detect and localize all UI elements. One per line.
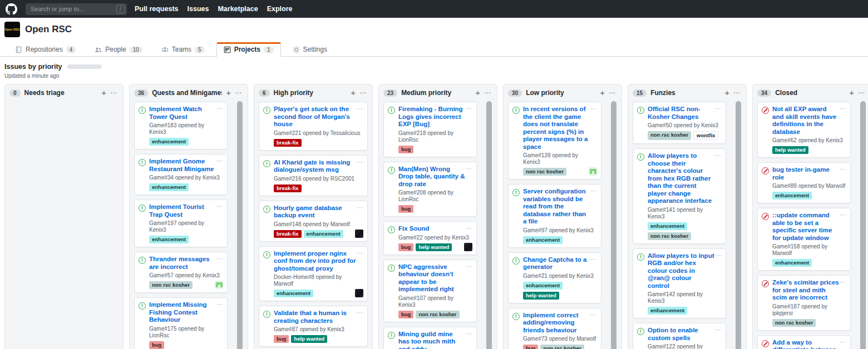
issue-title[interactable]: Implement Missing Fishing Contest Behavi… [149,301,216,324]
nav-link-explore[interactable]: Explore [267,5,293,13]
column-scrollbar[interactable] [860,101,866,349]
org-avatar[interactable]: Open RSC [4,22,20,37]
column-scrollbar[interactable] [237,101,243,349]
issue-title[interactable]: Change Captcha to a generator [523,256,590,271]
card-menu-button[interactable]: ⋯ [590,105,597,112]
card-menu-button[interactable]: ⋯ [466,225,472,232]
issue-card[interactable]: !⋯Firemaking - Burning Logs gives incorr… [383,102,477,157]
issue-card[interactable]: !⋯Man(Men) Wrong Drop table, quantity & … [383,162,477,217]
card-menu-button[interactable]: ⋯ [216,157,223,164]
card-menu-button[interactable]: ⋯ [466,330,472,337]
column-menu-button[interactable]: ⋯ [359,90,367,96]
card-menu-button[interactable]: ⋯ [216,255,223,262]
scrollbar-thumb[interactable] [736,101,741,349]
card-menu-button[interactable]: ⋯ [715,252,722,259]
issue-title[interactable]: Option to enable custom spells [648,327,714,342]
issue-title[interactable]: bug tester in-game role [772,166,839,181]
issue-card[interactable]: !⋯Implement Tourist Trap QuestGame#197 o… [134,200,228,247]
scrollbar-thumb[interactable] [486,101,492,349]
card-menu-button[interactable]: ⋯ [840,166,846,173]
issue-title[interactable]: Allow players to input RGB and/or hex co… [648,252,714,290]
tab-repositories[interactable]: Repositories4 [8,42,83,57]
add-card-button[interactable]: + [101,89,106,96]
card-menu-button[interactable]: ⋯ [216,105,223,112]
issue-card[interactable]: !⋯Mining guild mine has too much mith an… [383,327,477,349]
column-menu-button[interactable]: ⋯ [235,90,242,96]
issue-card[interactable]: !⋯Server configuration variables should … [508,184,601,248]
issue-card[interactable]: !⋯Implement Watch Tower QuestGame#183 op… [134,102,228,149]
issue-card[interactable]: !⋯NPC aggressive behaviour doesn't appea… [383,260,477,322]
nav-link-marketplace[interactable]: Marketplace [218,5,258,13]
card-menu-button[interactable]: ⋯ [466,165,472,172]
card-menu-button[interactable]: ⋯ [840,211,846,218]
issue-title[interactable]: Server configuration variables should be… [523,188,590,226]
search-input[interactable] [26,3,127,15]
tab-projects[interactable]: Projects1 [216,42,281,57]
card-menu-button[interactable]: ⋯ [590,311,597,318]
issue-card[interactable]: !⋯Implement proper nginx conf from dev i… [259,246,368,302]
issue-title[interactable]: ::update command able to be set a specif… [772,212,839,242]
issue-title[interactable]: Implement proper nginx conf from dev int… [274,250,356,273]
github-logo-icon[interactable] [6,3,18,15]
issue-title[interactable]: NPC aggressive behaviour doesn't appear … [398,263,465,293]
issue-card[interactable]: !⋯Zeke's scimitar prices for steel and m… [757,275,851,331]
column-menu-button[interactable]: ⋯ [609,90,616,96]
card-menu-button[interactable]: ⋯ [715,152,722,159]
issue-title[interactable]: Al Kharid gate is missing dialogue/syste… [274,159,356,174]
issue-card[interactable]: !⋯Validate that a human is creating char… [259,306,368,347]
column-menu-button[interactable]: ⋯ [858,90,865,96]
issue-card[interactable]: !⋯Player's get stuck on the second floor… [259,102,368,151]
add-card-button[interactable]: + [849,89,854,96]
card-menu-button[interactable]: ⋯ [840,338,846,346]
issue-card[interactable]: !⋯Implement correct adding/removing frie… [508,308,601,349]
issue-title[interactable]: Man(Men) Wrong Drop table, quantity & dr… [398,166,465,188]
issue-title[interactable]: Add a way to differentiate between dev a… [772,339,839,349]
card-menu-button[interactable]: ⋯ [590,256,597,263]
issue-card[interactable]: !⋯Hourly game database backup eventGame#… [259,201,368,242]
card-menu-button[interactable]: ⋯ [840,278,846,286]
add-card-button[interactable]: + [600,89,605,96]
column-scrollbar[interactable] [486,101,492,349]
card-menu-button[interactable]: ⋯ [357,105,363,112]
issue-card[interactable]: !⋯In recent versions of the client the g… [508,102,601,180]
add-card-button[interactable]: + [475,89,480,96]
issue-title[interactable]: Hourly game database backup event [274,205,356,220]
add-card-button[interactable]: + [226,89,231,96]
issue-card[interactable]: !⋯Official RSC non-Kosher ChangesGame#50… [633,102,726,144]
issue-title[interactable]: Implement Watch Tower Quest [149,106,216,121]
card-menu-button[interactable]: ⋯ [357,309,363,316]
issue-card[interactable]: !⋯Allow players to choose their characte… [633,148,726,244]
issue-title[interactable]: Implement Tourist Trap Quest [149,203,216,218]
tab-teams[interactable]: Teams5 [154,42,212,57]
issue-card[interactable]: !⋯Implement Missing Fishing Contest Beha… [134,297,228,349]
issue-title[interactable]: Implement Gnome Restaurant Minigame [149,158,216,173]
tab-people[interactable]: People10 [87,42,150,57]
column-menu-button[interactable]: ⋯ [110,90,117,96]
issue-title[interactable]: Firemaking - Burning Logs gives incorrec… [398,106,465,128]
issue-card[interactable]: !⋯Change Captcha to a generatorGame#21 o… [508,252,601,303]
card-menu-button[interactable]: ⋯ [590,187,597,195]
card-menu-button[interactable]: ⋯ [466,263,472,270]
issue-title[interactable]: Player's get stuck on the second floor o… [274,106,356,128]
add-card-button[interactable]: + [724,89,729,96]
card-menu-button[interactable]: ⋯ [357,158,363,166]
issue-title[interactable]: In recent versions of the client the gam… [523,106,590,151]
issue-card[interactable]: !⋯Add a way to differentiate between dev… [757,335,851,349]
issue-card[interactable]: !⋯Al Kharid gate is missing dialogue/sys… [259,155,368,196]
issue-title[interactable]: Mining guild mine has too much mith and … [398,331,465,349]
issue-title[interactable]: Not all EXP award and skill events have … [772,106,839,136]
nav-link-pull-requests[interactable]: Pull requests [135,5,179,13]
card-menu-button[interactable]: ⋯ [357,204,363,211]
issue-card[interactable]: !⋯Option to enable custom spellsGame#122… [633,323,726,349]
issue-card[interactable]: !⋯Allow players to input RGB and/or hex … [633,248,726,319]
card-menu-button[interactable]: ⋯ [216,301,223,308]
card-menu-button[interactable]: ⋯ [216,203,223,210]
column-scrollbar[interactable] [611,101,617,349]
issue-title[interactable]: Validate that a human is creating charac… [274,310,356,325]
issue-card[interactable]: !⋯Fix SoundGame#22 opened by Kenix3bughe… [383,221,477,255]
issue-title[interactable]: Official RSC non-Kosher Changes [648,106,714,121]
scrollbar-thumb[interactable] [860,101,866,349]
issue-card[interactable]: !⋯Implement Gnome Restaurant MinigameGam… [134,154,228,195]
column-menu-button[interactable]: ⋯ [484,90,491,96]
card-menu-button[interactable]: ⋯ [715,326,722,333]
